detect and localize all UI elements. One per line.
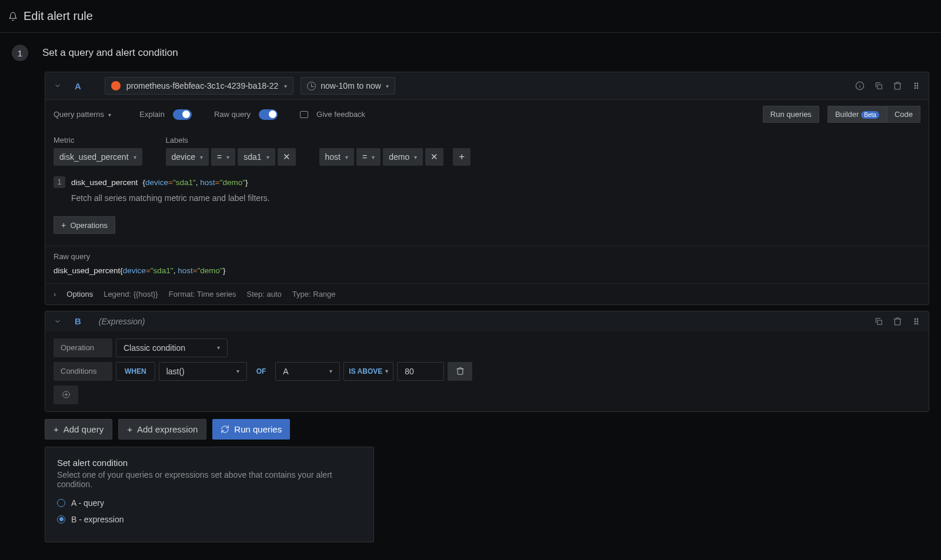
of-keyword: OF xyxy=(251,362,272,381)
radio-a-label: A - query xyxy=(71,498,104,508)
metric-selector[interactable]: disk_used_percent ▾ xyxy=(54,148,142,166)
svg-point-11 xyxy=(915,318,916,320)
bell-icon xyxy=(8,12,18,21)
trash-icon[interactable] xyxy=(892,316,903,327)
remove-label-1[interactable]: ✕ xyxy=(278,148,296,166)
svg-point-5 xyxy=(917,83,918,84)
drag-handle-icon[interactable] xyxy=(911,316,922,327)
query-letter-b: B xyxy=(75,316,81,326)
chevron-right-icon: › xyxy=(54,290,56,299)
comparator-selector[interactable]: IS ABOVE▾ xyxy=(343,362,393,381)
query-toolbar: Query patterns ▾ Explain Raw query Give … xyxy=(45,99,929,129)
info-icon[interactable] xyxy=(855,81,865,91)
main-content: 1 Set a query and alert condition A prom… xyxy=(0,33,941,554)
add-expression-button[interactable]: +Add expression xyxy=(118,419,206,440)
radio-b-label: B - expression xyxy=(71,515,124,524)
trash-icon[interactable] xyxy=(892,81,903,91)
query-patterns-dropdown[interactable]: Query patterns ▾ xyxy=(54,110,111,119)
panel-a-header: A prometheus-f8ebfeac-3c1c-4239-ba18-22 … xyxy=(45,72,929,99)
remove-condition-button[interactable] xyxy=(448,362,472,381)
svg-point-14 xyxy=(917,321,918,322)
raw-query-toggle[interactable] xyxy=(259,109,278,120)
options-type: Type: Range xyxy=(292,290,336,299)
options-step: Step: auto xyxy=(247,290,282,299)
raw-query-label: Raw query xyxy=(54,252,920,261)
datasource-selector[interactable]: prometheus-f8ebfeac-3c1c-4239-ba18-22 ▾ xyxy=(105,77,293,95)
of-query-selector[interactable]: A▾ xyxy=(275,362,340,381)
collapse-toggle-a[interactable] xyxy=(52,81,63,91)
alert-condition-box: Set alert condition Select one of your q… xyxy=(45,447,374,542)
alert-condition-subtitle: Select one of your queries or expression… xyxy=(57,470,362,489)
prometheus-icon xyxy=(111,81,121,90)
svg-rect-10 xyxy=(877,320,882,324)
page-title: Edit alert rule xyxy=(24,9,93,23)
raw-query-label: Raw query xyxy=(214,110,251,119)
expression-panel-b: B (Expression) Operation Classic conditi… xyxy=(45,311,929,412)
add-query-button[interactable]: +Add query xyxy=(45,419,112,440)
query-hint: Fetch all series matching metric name an… xyxy=(71,192,270,204)
radio-a xyxy=(57,499,65,507)
time-range-label: now-10m to now xyxy=(321,81,381,90)
chevron-down-icon: ▾ xyxy=(134,154,136,160)
expression-tag: (Expression) xyxy=(99,317,145,326)
svg-point-8 xyxy=(915,88,916,89)
options-row[interactable]: › Options Legend: {{host}} Format: Time … xyxy=(45,283,929,304)
label-val-2[interactable]: demo▾ xyxy=(383,148,423,166)
label-key-2[interactable]: host▾ xyxy=(319,148,354,166)
label-val-1[interactable]: sda1▾ xyxy=(238,148,275,166)
collapse-toggle-b[interactable] xyxy=(52,316,63,327)
options-label: Options xyxy=(66,290,93,299)
threshold-input[interactable] xyxy=(397,362,444,381)
feedback-icon xyxy=(300,111,308,118)
add-condition-button[interactable] xyxy=(54,385,78,404)
copy-icon[interactable] xyxy=(873,81,884,91)
options-legend: Legend: {{host}} xyxy=(104,290,158,299)
run-queries-button-main[interactable]: Run queries xyxy=(212,419,290,440)
operation-selector[interactable]: Classic condition▾ xyxy=(116,338,228,357)
give-feedback-link[interactable]: Give feedback xyxy=(316,110,365,119)
clock-icon xyxy=(307,82,316,90)
svg-point-12 xyxy=(917,318,918,320)
metric-value: disk_used_percent xyxy=(59,152,129,162)
run-queries-button[interactable]: Run queries xyxy=(763,106,819,123)
alert-condition-option-b[interactable]: B - expression xyxy=(57,515,362,524)
code-mode-button[interactable]: Code xyxy=(887,106,920,123)
radio-b xyxy=(57,515,65,524)
chevron-down-icon: ▾ xyxy=(386,83,389,89)
chevron-down-icon: ▾ xyxy=(284,83,287,89)
conditions-label: Conditions xyxy=(54,362,112,381)
query-panel-a: A prometheus-f8ebfeac-3c1c-4239-ba18-22 … xyxy=(45,72,929,305)
alert-condition-option-a[interactable]: A - query xyxy=(57,498,362,508)
page-header: Edit alert rule xyxy=(0,0,941,33)
query-explain-row: 1 disk_used_percent {device="sda1", host… xyxy=(54,174,920,210)
svg-point-16 xyxy=(917,323,918,324)
when-keyword: WHEN xyxy=(116,362,155,381)
panel-b-header: B (Expression) xyxy=(45,311,929,331)
operations-button[interactable]: + Operations xyxy=(54,216,115,234)
drag-handle-icon[interactable] xyxy=(911,81,922,91)
svg-point-7 xyxy=(917,85,918,86)
step-number: 1 xyxy=(12,45,28,61)
label-op-1[interactable]: =▾ xyxy=(211,148,235,166)
query-letter-a: A xyxy=(75,81,81,91)
labels-field-label: Labels xyxy=(166,136,296,145)
remove-label-2[interactable]: ✕ xyxy=(425,148,443,166)
svg-point-13 xyxy=(915,321,916,322)
time-range-selector[interactable]: now-10m to now ▾ xyxy=(301,77,395,95)
alert-condition-title: Set alert condition xyxy=(57,458,362,468)
function-selector[interactable]: last()▾ xyxy=(159,362,247,381)
raw-query-code: disk_used_percent{device="sda1", host="d… xyxy=(54,264,920,277)
options-format: Format: Time series xyxy=(169,290,236,299)
svg-rect-3 xyxy=(877,85,882,89)
label-key-1[interactable]: device▾ xyxy=(166,148,209,166)
action-buttons: +Add query +Add expression Run queries xyxy=(45,419,929,440)
step-title: Set a query and alert condition xyxy=(42,47,178,59)
label-op-2[interactable]: =▾ xyxy=(356,148,381,166)
metric-field-label: Metric xyxy=(54,136,142,145)
svg-point-15 xyxy=(915,323,916,324)
builder-mode-button[interactable]: BuilderBeta xyxy=(827,106,887,123)
add-label-button[interactable]: + xyxy=(453,148,470,166)
operation-label: Operation xyxy=(54,338,112,357)
copy-icon[interactable] xyxy=(873,316,884,327)
explain-toggle[interactable] xyxy=(173,109,192,120)
